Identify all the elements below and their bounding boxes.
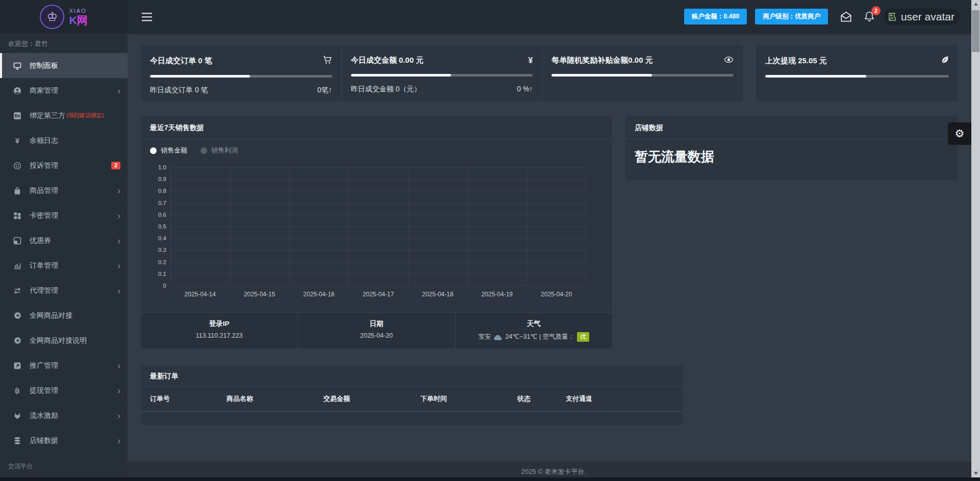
chart-plot-area <box>170 167 586 286</box>
sidebar-item-余额日志[interactable]: ¥余额日志 <box>0 128 128 153</box>
sidebar-item-label: 流水激励 <box>30 411 58 420</box>
mail-icon[interactable] <box>839 10 853 23</box>
sidebar-item-订单管理[interactable]: 订单管理› <box>0 253 128 278</box>
y-axis-tick: 0.2 <box>144 259 166 265</box>
sidebar-item-label: 推广管理 <box>30 361 58 370</box>
bitcoin-icon: B <box>12 387 22 395</box>
sidebar-item-label: 控制面板 <box>30 61 58 70</box>
chevron-right-icon: › <box>117 186 120 195</box>
sidebar-item-全网商品对接[interactable]: 全网商品对接 <box>0 303 128 328</box>
last-withdraw-panel: 上次提现 25.05 元 <box>756 45 958 101</box>
scrollbar-up-arrow[interactable] <box>971 0 980 8</box>
orders-column-下单时间: 下单时间 <box>420 394 517 403</box>
chevron-right-icon: › <box>117 361 120 370</box>
brand-xiao-text: XIAO <box>69 8 87 14</box>
date-label: 日期 <box>298 319 455 328</box>
broken-image-icon <box>889 13 898 21</box>
arrow-circle-icon <box>12 312 22 319</box>
orders-table-header: 订单号商品名称交易金额下单时间状态支付通道 <box>141 387 683 412</box>
stat-card-title: 今日成交金额 0.00 元 <box>351 56 424 65</box>
vertical-scrollbar[interactable] <box>971 0 980 477</box>
x-axis-tick: 2025-04-19 <box>467 291 526 298</box>
y-axis-tick: 0.4 <box>144 235 166 241</box>
legend-dot <box>150 147 157 154</box>
be-icon: Be <box>12 112 22 120</box>
bottom-edge-strip <box>0 477 980 481</box>
stat-progress-bar <box>150 75 332 78</box>
chevron-right-icon: › <box>117 211 120 220</box>
legend-label: 销售金额 <box>161 146 187 155</box>
sidebar-item-店铺数据[interactable]: 店铺数据› <box>0 428 128 453</box>
x-axis-tick: 2025-04-20 <box>527 291 586 298</box>
sidebar-item-商家管理[interactable]: 商家管理› <box>0 78 128 103</box>
brand-kw-text: K网 <box>69 15 87 26</box>
svg-text:B: B <box>15 387 19 394</box>
swap-icon <box>12 287 22 295</box>
account-info-row: 登录IP 113.110.217.223 日期 2025-04-20 天气 宝安 <box>141 312 612 348</box>
sidebar-item-label: 代理管理 <box>30 286 58 295</box>
y-axis-tick: 0.9 <box>144 176 166 182</box>
orders-column-商品名称: 商品名称 <box>227 394 323 403</box>
sidebar-item-全网商品对接说明[interactable]: 全网商品对接说明 <box>0 328 128 353</box>
user-avatar-alt-text: user avatar <box>901 11 954 23</box>
sidebar-item-label: 全网商品对接 <box>30 311 72 320</box>
chart-legend: 销售金额销售利润 <box>150 146 238 155</box>
stat-card-title: 今日成交订单 0 笔 <box>150 56 212 66</box>
sidebar-item-提现管理[interactable]: B提现管理› <box>0 378 128 403</box>
settings-gear-icon[interactable]: ⚙ <box>948 122 971 145</box>
cloud-icon <box>493 334 502 341</box>
date-value: 2025-04-20 <box>298 332 455 339</box>
sidebar-item-推广管理[interactable]: 推广管理› <box>0 353 128 378</box>
weather-label: 天气 <box>456 319 612 328</box>
y-axis-tick: 0.1 <box>144 271 166 277</box>
user-avatar[interactable]: user avatar <box>884 9 960 25</box>
sidebar-item-绑定第三方[interactable]: Be绑定第三方(强烈建议绑定) <box>0 103 128 128</box>
air-quality-badge: 优 <box>577 332 589 342</box>
stat-card: 今日成交金额 0.00 元¥昨日成交金额 0（元）0 %↑ <box>341 45 542 101</box>
login-ip-label: 登录IP <box>141 319 297 328</box>
legend-item-销售金额[interactable]: 销售金额 <box>150 146 187 155</box>
fox-icon <box>12 412 22 420</box>
sidebar-item-商品管理[interactable]: 商品管理› <box>0 178 128 203</box>
sidebar-item-label: 全网商品对接说明 <box>30 336 87 345</box>
barchart-icon <box>12 262 22 270</box>
scrollbar-down-arrow[interactable] <box>971 469 980 477</box>
y-axis-tick: 0 <box>144 283 166 289</box>
sidebar-section-label: 交流平台 <box>0 453 128 474</box>
sidebar-item-优惠券[interactable]: 优惠券› <box>0 228 128 253</box>
database-icon <box>12 437 22 445</box>
orders-column-状态: 状态 <box>517 394 566 403</box>
y-axis-tick: 0.3 <box>144 247 166 253</box>
sidebar-item-控制面板[interactable]: 控制面板 <box>0 53 128 78</box>
y-axis-tick: 0.8 <box>144 188 166 194</box>
brand-logo[interactable]: ♔ XIAO K网 <box>0 0 128 33</box>
y-axis-tick: 0.6 <box>144 212 166 218</box>
orders-column-支付通道: 支付通道 <box>566 394 647 403</box>
complaint-count-badge: 2 <box>111 162 120 169</box>
stat-card: 今日成交订单 0 笔昨日成交订单 0 笔0笔↑ <box>141 45 341 101</box>
sidebar-item-流水激励[interactable]: 流水激励› <box>0 403 128 428</box>
stat-card-bottom-left: 昨日成交金额 0（元） <box>351 85 421 94</box>
login-ip-value: 113.110.217.223 <box>141 332 297 339</box>
sidebar-item-label: 绑定第三方 <box>30 111 65 120</box>
sidebar-item-投诉管理[interactable]: 投诉管理2 <box>0 153 128 178</box>
main-area: 账户金额：0.480 商户级别：优质商户 2 user avatar <box>128 0 980 481</box>
account-balance-button[interactable]: 账户金额：0.480 <box>684 9 747 24</box>
stat-card-bottom-right: 0笔↑ <box>317 86 332 95</box>
latest-orders-title: 最新订单 <box>141 366 683 387</box>
chevron-right-icon: › <box>117 236 120 245</box>
notifications-bell-icon[interactable]: 2 <box>863 10 875 23</box>
sidebar-item-代理管理[interactable]: 代理管理› <box>0 278 128 303</box>
notification-count-badge: 2 <box>871 6 881 15</box>
arrow-circle-icon <box>12 337 22 344</box>
welcome-text: 欢迎您：君竹 <box>0 33 128 53</box>
x-axis-tick: 2025-04-18 <box>408 291 467 298</box>
menu-toggle-icon[interactable] <box>142 12 154 22</box>
y-axis-tick: 0.5 <box>144 223 166 230</box>
legend-item-销售利润[interactable]: 销售利润 <box>200 146 238 155</box>
weather-value: 宝安 24℃~31℃ | 空气质量： 优 <box>456 332 612 342</box>
scrollbar-thumb[interactable] <box>972 10 979 52</box>
merchant-level-button[interactable]: 商户级别：优质商户 <box>755 9 828 24</box>
sales-chart-panel: 最近7天销售数据 销售金额销售利润 登录IP 113.110.217.223 日… <box>141 116 612 348</box>
sidebar-item-卡密管理[interactable]: 卡密管理› <box>0 203 128 228</box>
